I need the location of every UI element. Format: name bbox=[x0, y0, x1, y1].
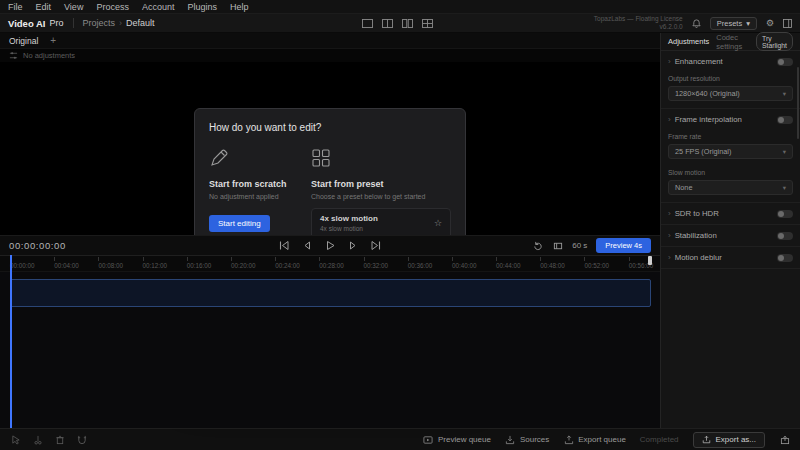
frame-interpolation-toggle[interactable] bbox=[777, 116, 793, 124]
sdr-to-hdr-section-row[interactable]: › SDR to HDR bbox=[661, 203, 800, 224]
menu-view[interactable]: View bbox=[64, 2, 83, 12]
single-view-icon[interactable] bbox=[362, 19, 373, 28]
motion-deblur-label: Motion deblur bbox=[675, 253, 773, 262]
frame-rate-select[interactable]: 25 FPS (Original) ▾ bbox=[668, 144, 793, 159]
playhead[interactable] bbox=[10, 255, 12, 428]
previous-frame-button[interactable] bbox=[302, 240, 313, 251]
timeline: 00:00:00 00:04:00 00:08:00 00:12:00 00:1… bbox=[0, 255, 660, 428]
quad-view-icon[interactable] bbox=[422, 19, 433, 28]
ruler-label: 00:08:00 bbox=[98, 256, 142, 271]
ruler-label: 00:00:00 bbox=[10, 256, 54, 271]
preview-queue-button[interactable]: Preview queue bbox=[423, 434, 491, 445]
motion-deblur-section-row[interactable]: › Motion deblur bbox=[661, 247, 800, 268]
license-info: TopazLabs — Floating License v6.2.0.0 bbox=[594, 15, 683, 31]
preset-item-4x-slow-motion[interactable]: 4x slow motion 4x slow motion ☆ bbox=[312, 209, 450, 238]
preset-title: 4x slow motion bbox=[320, 214, 428, 223]
tab-original[interactable]: Original bbox=[9, 36, 38, 46]
breadcrumb-current-project[interactable]: Default bbox=[126, 18, 155, 28]
sources-button[interactable]: Sources bbox=[505, 434, 549, 445]
completed-label[interactable]: Completed bbox=[640, 435, 679, 444]
ruler-label: 00:12:00 bbox=[143, 256, 187, 271]
try-starlight-button[interactable]: Try Starlight bbox=[756, 32, 793, 51]
preview-button[interactable]: Preview 4s bbox=[596, 238, 651, 253]
skip-to-end-button[interactable] bbox=[371, 240, 382, 251]
view-mode-group bbox=[362, 19, 433, 28]
enhancement-toggle[interactable] bbox=[777, 58, 793, 66]
export-queue-button[interactable]: Export queue bbox=[563, 434, 626, 445]
panel-toggle-icon[interactable] bbox=[783, 19, 792, 28]
skip-to-start-button[interactable] bbox=[279, 240, 290, 251]
play-button[interactable] bbox=[325, 240, 336, 251]
export-as-button[interactable]: Export as... bbox=[693, 432, 765, 448]
app-badge-pro: Pro bbox=[49, 18, 63, 28]
frame-interpolation-label: Frame interpolation bbox=[675, 115, 773, 124]
bottom-bar: Preview queue Sources Export queue Compl… bbox=[0, 428, 800, 450]
delete-clip-icon[interactable] bbox=[54, 434, 65, 445]
slow-motion-select[interactable]: None ▾ bbox=[668, 180, 793, 195]
chevron-right-icon: › bbox=[668, 231, 671, 240]
app-name: Video AI bbox=[8, 18, 45, 29]
trim-preview-icon[interactable] bbox=[552, 240, 563, 251]
chevron-right-icon: › bbox=[668, 253, 671, 262]
add-tab-button[interactable]: + bbox=[50, 35, 56, 46]
timeline-track-area[interactable] bbox=[0, 271, 660, 428]
menu-edit[interactable]: Edit bbox=[36, 2, 52, 12]
no-adjustments-label: No adjustments bbox=[23, 51, 75, 60]
start-editing-button[interactable]: Start editing bbox=[209, 215, 270, 232]
tab-bar: Original + bbox=[0, 33, 660, 49]
menu-account[interactable]: Account bbox=[142, 2, 175, 12]
ruler-label: 00:04:00 bbox=[54, 256, 98, 271]
adjustments-panel: Adjustments Codec settings Try Starlight… bbox=[660, 33, 800, 428]
ruler-label: 00:40:00 bbox=[452, 256, 496, 271]
sdr-to-hdr-toggle[interactable] bbox=[777, 210, 793, 218]
timeline-end-handle[interactable] bbox=[648, 256, 652, 265]
presets-button[interactable]: Presets ▾ bbox=[710, 17, 757, 30]
tab-codec-settings[interactable]: Codec settings bbox=[716, 33, 749, 51]
transport-bar: 00:00:00:00 bbox=[0, 235, 660, 255]
motion-deblur-toggle[interactable] bbox=[777, 254, 793, 262]
sources-label: Sources bbox=[520, 435, 549, 444]
favorite-star-icon[interactable]: ☆ bbox=[434, 218, 442, 228]
snap-magnet-icon[interactable] bbox=[76, 434, 87, 445]
split-view-icon[interactable] bbox=[382, 19, 393, 28]
menu-help[interactable]: Help bbox=[230, 2, 249, 12]
enhancement-section-row[interactable]: › Enhancement bbox=[661, 51, 800, 72]
chevron-down-icon: ▾ bbox=[783, 148, 786, 156]
loop-playback-icon[interactable] bbox=[532, 240, 543, 251]
tab-adjustments[interactable]: Adjustments bbox=[668, 37, 709, 46]
stabilization-section-row[interactable]: › Stabilization bbox=[661, 225, 800, 246]
video-clip[interactable] bbox=[10, 279, 651, 307]
stabilization-toggle[interactable] bbox=[777, 232, 793, 240]
menu-process[interactable]: Process bbox=[96, 2, 129, 12]
preview-duration-label[interactable]: 60 s bbox=[572, 241, 587, 250]
ruler-label: 00:48:00 bbox=[540, 256, 584, 271]
ruler-label: 00:52:00 bbox=[584, 256, 628, 271]
menu-file[interactable]: File bbox=[8, 2, 23, 12]
chevron-right-icon: › bbox=[668, 115, 671, 124]
chevron-down-icon: ▾ bbox=[783, 184, 786, 192]
menu-plugins[interactable]: Plugins bbox=[187, 2, 217, 12]
panel-scrollbar[interactable] bbox=[797, 67, 799, 139]
chevron-down-icon: ▾ bbox=[783, 90, 786, 98]
side-by-side-view-icon[interactable] bbox=[402, 19, 413, 28]
ruler-label: 00:24:00 bbox=[275, 256, 319, 271]
preview-stage: How do you want to edit? Start from scra… bbox=[0, 62, 660, 235]
notifications-bell-icon[interactable] bbox=[692, 19, 701, 28]
share-icon[interactable] bbox=[779, 434, 790, 445]
frame-interpolation-section-row[interactable]: › Frame interpolation bbox=[661, 109, 800, 130]
chevron-down-icon: ▾ bbox=[746, 19, 750, 28]
output-resolution-select[interactable]: 1280×640 (Original) ▾ bbox=[668, 86, 793, 101]
output-resolution-value: 1280×640 (Original) bbox=[675, 89, 740, 98]
select-tool-icon[interactable] bbox=[10, 434, 21, 445]
start-from-preset-heading: Start from preset bbox=[311, 179, 451, 189]
slow-motion-value: None bbox=[675, 183, 692, 192]
start-from-scratch-subtext: No adjustment applied bbox=[209, 192, 295, 201]
next-frame-button[interactable] bbox=[348, 240, 359, 251]
breadcrumb-projects[interactable]: Projects bbox=[83, 18, 116, 28]
settings-gear-icon[interactable]: ⚙ bbox=[766, 19, 774, 28]
timeline-ruler[interactable]: 00:00:00 00:04:00 00:08:00 00:12:00 00:1… bbox=[0, 255, 660, 271]
razor-cut-icon[interactable] bbox=[32, 434, 43, 445]
enhancement-label: Enhancement bbox=[675, 57, 773, 66]
adjustments-note-row: No adjustments bbox=[0, 49, 660, 62]
chevron-right-icon: › bbox=[668, 209, 671, 218]
